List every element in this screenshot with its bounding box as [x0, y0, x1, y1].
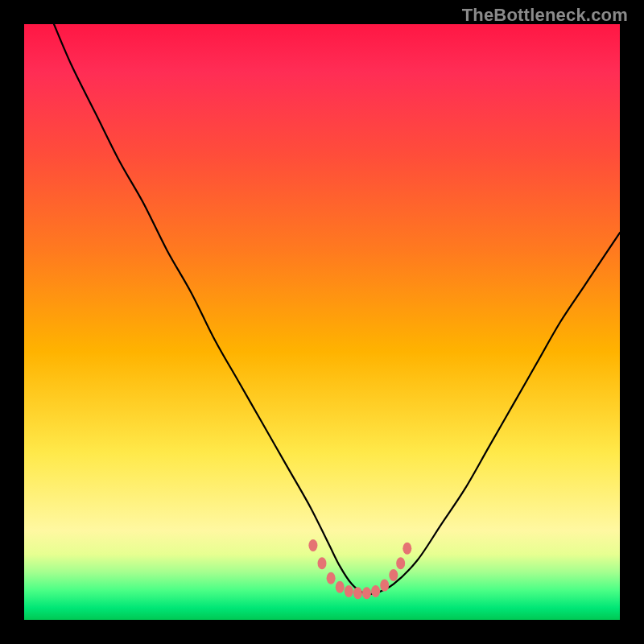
- curve-marker: [345, 585, 353, 597]
- curve-marker: [389, 569, 398, 581]
- curve-marker: [371, 585, 380, 597]
- bottleneck-curve: [54, 24, 620, 594]
- curve-layer: [24, 24, 620, 620]
- chart-frame: TheBottleneck.com: [0, 0, 644, 644]
- curve-marker: [353, 587, 362, 599]
- curve-marker: [308, 539, 317, 551]
- curve-marker: [318, 557, 327, 569]
- curve-marker: [362, 587, 371, 599]
- watermark-text: TheBottleneck.com: [462, 5, 628, 26]
- plot-area: [24, 24, 620, 620]
- bottleneck-markers: [308, 539, 411, 599]
- curve-marker: [396, 557, 405, 569]
- curve-marker: [336, 581, 345, 593]
- curve-marker: [380, 580, 389, 592]
- curve-marker: [327, 572, 336, 584]
- curve-marker: [402, 543, 411, 555]
